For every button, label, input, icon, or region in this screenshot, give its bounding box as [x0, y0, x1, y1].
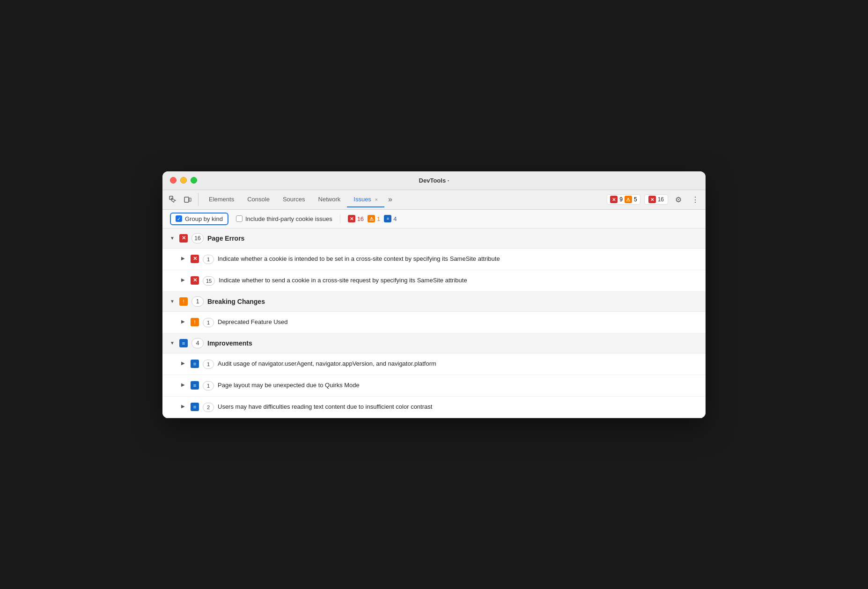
issue-text: Indicate whether a cookie is intended to…: [218, 254, 500, 264]
group-by-kind-toggle[interactable]: ✓ Group by kind: [170, 213, 228, 225]
third-party-label: Include third-party cookie issues: [245, 215, 332, 222]
toolbar-info-count: 4: [393, 215, 397, 222]
tab-console[interactable]: Console: [241, 192, 276, 207]
toolbar-divider: [340, 214, 340, 223]
issues-count-badge: ✕ 16: [644, 194, 668, 205]
issue-type-icon: ≡: [191, 381, 199, 390]
issues-error-icon: ✕: [648, 196, 656, 203]
tab-actions: ✕ 9 ⚠ 5 ✕ 16 ⚙ ⋮: [607, 193, 702, 206]
issue-count: 1: [203, 360, 214, 369]
category-header-improvements[interactable]: ▼ ≡ 4 Improvements: [162, 333, 706, 353]
category-count: 4: [191, 338, 204, 348]
toolbar-badges: ✕ 16 ⚠ 1 ≡ 4: [348, 215, 397, 222]
issue-count: 1: [203, 255, 214, 264]
chevron-right-icon: ▶: [181, 319, 187, 324]
group-by-kind-label: Group by kind: [185, 215, 223, 222]
warning-icon: ⚠: [625, 196, 632, 203]
chevron-down-icon: ▼: [170, 236, 176, 241]
chevron-down-icon: ▼: [170, 340, 176, 346]
traffic-lights: [170, 177, 197, 184]
issue-row-cookie-samesite-2[interactable]: ▶ ✕ 15 Indicate whether to send a cookie…: [162, 270, 706, 292]
chevron-right-icon: ▶: [181, 277, 187, 282]
issue-row-navigator-audit[interactable]: ▶ ≡ 1 Audit usage of navigator.userAgent…: [162, 353, 706, 375]
category-type-icon: ✕: [179, 234, 188, 243]
category-title: Improvements: [207, 339, 252, 347]
issue-type-icon: ✕: [191, 255, 199, 263]
issue-row-cookie-samesite-1[interactable]: ▶ ✕ 1 Indicate whether a cookie is inten…: [162, 249, 706, 270]
inspect-element-button[interactable]: [166, 193, 179, 206]
group-by-kind-checkbox[interactable]: ✓: [176, 215, 182, 222]
tab-network[interactable]: Network: [312, 192, 347, 207]
title-bar: DevTools ·: [162, 171, 706, 190]
issues-count: 16: [658, 196, 664, 203]
chevron-right-icon: ▶: [181, 256, 187, 261]
chevron-down-icon: ▼: [170, 299, 176, 304]
window-title: DevTools ·: [419, 177, 449, 184]
svg-rect-1: [184, 197, 189, 202]
warning-count: 5: [634, 196, 637, 203]
tab-close-icon[interactable]: ×: [375, 197, 378, 202]
issue-count: 15: [203, 276, 215, 286]
devtools-tabs-bar: Elements Console Sources Network Issues …: [162, 190, 706, 210]
device-toolbar-button[interactable]: [181, 193, 194, 206]
issue-text: Deprecated Feature Used: [218, 317, 288, 327]
more-tabs-button[interactable]: »: [384, 193, 396, 206]
svg-rect-2: [189, 198, 191, 201]
category-count: 16: [191, 233, 204, 243]
error-icon: ✕: [610, 196, 618, 203]
issue-text: Page layout may be unexpected due to Qui…: [218, 381, 360, 390]
issue-type-icon: ✕: [191, 276, 199, 285]
chevron-right-icon: ▶: [181, 404, 187, 409]
toolbar-error-count: 16: [357, 215, 364, 222]
chevron-right-icon: ▶: [181, 382, 187, 387]
toolbar-error-badge: ✕ 16: [348, 215, 364, 222]
tab-icon-group: [166, 193, 199, 206]
issue-type-icon: ≡: [191, 360, 199, 368]
tab-elements[interactable]: Elements: [202, 192, 241, 207]
issue-text: Audit usage of navigator.userAgent, navi…: [218, 359, 436, 368]
minimize-button[interactable]: [180, 177, 187, 184]
category-title: Breaking Changes: [207, 298, 265, 305]
tab-sources[interactable]: Sources: [276, 192, 312, 207]
toolbar-info-badge: ≡ 4: [384, 215, 397, 222]
more-options-button[interactable]: ⋮: [689, 193, 702, 206]
maximize-button[interactable]: [191, 177, 197, 184]
tab-issues[interactable]: Issues ×: [347, 192, 384, 207]
issue-count: 1: [203, 318, 214, 327]
issue-row-quirks-mode[interactable]: ▶ ≡ 1 Page layout may be unexpected due …: [162, 375, 706, 397]
issue-text: Users may have difficulties reading text…: [218, 402, 432, 412]
category-title: Page Errors: [207, 235, 244, 242]
category-count: 1: [191, 296, 204, 307]
toolbar-info-icon: ≡: [384, 215, 391, 222]
issue-type-icon: !: [191, 318, 199, 326]
issue-row-color-contrast[interactable]: ▶ ≡ 2 Users may have difficulties readin…: [162, 397, 706, 418]
issues-content: ▼ ✕ 16 Page Errors ▶ ✕ 1 Indicate whethe…: [162, 228, 706, 418]
category-type-icon: !: [179, 297, 188, 306]
issue-type-icon: ≡: [191, 403, 199, 411]
close-button[interactable]: [170, 177, 177, 184]
issue-count: 1: [203, 381, 214, 390]
issue-row-deprecated-feature[interactable]: ▶ ! 1 Deprecated Feature Used: [162, 312, 706, 333]
error-warning-badge: ✕ 9 ⚠ 5: [607, 194, 640, 205]
toolbar-warning-icon: ⚠: [368, 215, 375, 222]
chevron-right-icon: ▶: [181, 361, 187, 366]
toolbar-warning-count: 1: [377, 215, 380, 222]
tabs-list: Elements Console Sources Network Issues …: [202, 192, 607, 207]
category-header-breaking-changes[interactable]: ▼ ! 1 Breaking Changes: [162, 292, 706, 312]
category-header-page-errors[interactable]: ▼ ✕ 16 Page Errors: [162, 228, 706, 249]
category-type-icon: ≡: [179, 339, 188, 347]
third-party-checkbox[interactable]: [236, 215, 243, 222]
issue-text: Indicate whether to send a cookie in a c…: [219, 276, 467, 285]
issues-toolbar: ✓ Group by kind Include third-party cook…: [162, 210, 706, 228]
issue-count: 2: [203, 403, 214, 412]
toolbar-warning-badge: ⚠ 1: [368, 215, 380, 222]
error-count: 9: [619, 196, 623, 203]
devtools-window: DevTools · Elements Console: [162, 171, 706, 418]
settings-button[interactable]: ⚙: [672, 193, 685, 206]
toolbar-error-icon: ✕: [348, 215, 355, 222]
third-party-toggle[interactable]: Include third-party cookie issues: [236, 215, 332, 222]
